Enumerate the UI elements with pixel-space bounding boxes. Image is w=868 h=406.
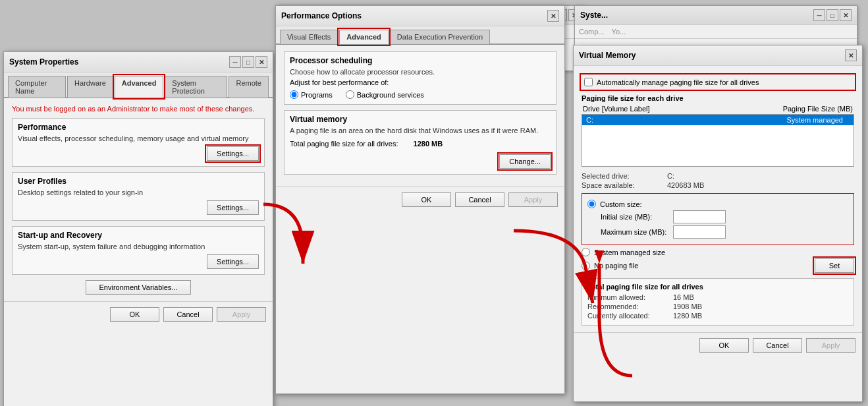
initial-size-label: Initial size (MB): [601, 213, 673, 221]
tab-visual-effects[interactable]: Visual Effects [280, 30, 338, 44]
cancel-btn-vm[interactable]: Cancel [753, 338, 802, 353]
btn-row-vm: OK Cancel Apply [574, 332, 862, 357]
radio-programs[interactable]: Programs [290, 90, 333, 99]
startup-settings-btn[interactable]: Settings... [207, 254, 259, 269]
tab-advanced-po[interactable]: Advanced [339, 30, 389, 44]
selected-drive-value: C: [667, 172, 674, 180]
user-profiles-section: User Profiles Desktop settings related t… [12, 172, 265, 221]
system-managed-row: System managed size [582, 248, 854, 256]
bg-maximize-right[interactable]: □ [827, 9, 838, 21]
drive-value: System managed [786, 116, 850, 124]
bg-title-bar-right: Syste... ─ □ ✕ [575, 6, 857, 25]
apply-btn-sp[interactable]: Apply [217, 307, 266, 322]
radio-background-input[interactable] [346, 90, 354, 99]
custom-size-radio[interactable] [587, 200, 596, 208]
system-managed-label: System managed size [594, 248, 665, 256]
maximum-size-row: Maximum size (MB): [601, 225, 848, 239]
close-btn-po[interactable]: ✕ [547, 10, 559, 22]
tab-advanced-sp[interactable]: Advanced [115, 76, 164, 98]
cancel-btn-po[interactable]: Cancel [455, 192, 504, 207]
space-available-row: Space available: 420683 MB [582, 181, 854, 189]
no-paging-radio[interactable] [582, 262, 590, 270]
performance-options-content: Processor scheduling Choose how to alloc… [276, 45, 564, 187]
radio-programs-input[interactable] [290, 90, 298, 99]
user-profiles-title: User Profiles [18, 177, 259, 186]
change-btn[interactable]: Change... [499, 154, 551, 169]
bg-close-right[interactable]: ✕ [840, 9, 852, 21]
virtual-memory-title: Virtual memory [290, 115, 551, 124]
custom-size-section: Custom size: Initial size (MB): Maximum … [582, 193, 854, 245]
processor-scheduling-desc: Choose how to allocate processor resourc… [290, 68, 551, 76]
minimize-btn-sp[interactable]: ─ [229, 56, 241, 68]
drive-item-c[interactable]: C: System managed [582, 115, 854, 125]
startup-recovery-section: Start-up and Recovery System start-up, s… [12, 226, 265, 275]
performance-settings-btn[interactable]: Settings... [207, 146, 259, 161]
recommended-label: Recommended: [587, 303, 673, 310]
apply-btn-po[interactable]: Apply [508, 192, 558, 207]
tab-remote[interactable]: Remote [229, 76, 269, 98]
drive-list[interactable]: C: System managed [582, 114, 854, 167]
virtual-memory-dialog-title: Virtual Memory [579, 51, 636, 60]
paging-size-title: Paging file size for each drive [582, 94, 854, 102]
no-paging-row: No paging file Set [582, 258, 854, 273]
tab-dep[interactable]: Data Execution Prevention [390, 30, 490, 44]
other-options: System managed size No paging file Set [582, 248, 854, 273]
drive-letter: C: [586, 116, 593, 124]
total-section-title: Total paging file size for all drives [587, 283, 848, 291]
maximize-btn-sp[interactable]: □ [242, 56, 254, 68]
system-managed-radio[interactable] [582, 248, 590, 256]
tab-system-protection[interactable]: System Protection [165, 76, 227, 98]
startup-title: Start-up and Recovery [18, 231, 259, 240]
auto-manage-checkbox[interactable] [584, 78, 593, 86]
user-profiles-desc: Desktop settings related to your sign-in [18, 188, 259, 196]
performance-desc: Visual effects, processor scheduling, me… [18, 134, 259, 142]
system-properties-dialog: System Properties ─ □ ✕ Computer Name Ha… [3, 51, 273, 406]
initial-size-input[interactable] [673, 210, 726, 223]
virtual-memory-title-bar: Virtual Memory ✕ [574, 45, 862, 66]
currently-allocated-value: 1280 MB [673, 312, 702, 320]
system-properties-title: System Properties [9, 57, 78, 67]
admin-info-text: You must be logged on as an Administrato… [12, 105, 265, 113]
radio-background[interactable]: Background services [346, 90, 424, 99]
processor-scheduling-section: Processor scheduling Choose how to alloc… [284, 51, 556, 105]
radio-programs-label: Programs [301, 91, 333, 99]
set-btn[interactable]: Set [815, 258, 854, 273]
ok-btn-sp[interactable]: OK [110, 307, 159, 322]
initial-size-row: Initial size (MB): [601, 210, 848, 223]
performance-options-title-bar: Performance Options ✕ [276, 6, 564, 26]
recommended-row: Recommended: 1908 MB [587, 303, 848, 310]
bg-tab-yo-r: Yo... [612, 28, 626, 36]
cancel-btn-sp[interactable]: Cancel [163, 307, 213, 322]
drive-list-header: Drive [Volume Label] Paging File Size (M… [582, 105, 854, 114]
close-btn-sp[interactable]: ✕ [256, 56, 267, 68]
drive-info: Selected drive: C: Space available: 4206… [582, 172, 854, 189]
apply-btn-vm[interactable]: Apply [806, 338, 855, 353]
env-variables-btn[interactable]: Environment Variables... [86, 280, 191, 295]
total-paging-label: Total paging file size for all drives: 1… [290, 140, 443, 148]
close-btn-vm[interactable]: ✕ [845, 49, 857, 61]
ok-btn-po[interactable]: OK [402, 192, 451, 207]
user-profiles-settings-btn[interactable]: Settings... [207, 200, 259, 215]
system-properties-content: You must be logged on as an Administrato… [4, 98, 273, 301]
tab-hardware[interactable]: Hardware [67, 76, 113, 98]
bg-minimize-right[interactable]: ─ [813, 9, 825, 21]
startup-desc: System start-up, system failure and debu… [18, 243, 259, 250]
performance-options-title: Performance Options [281, 11, 362, 20]
processor-scheduling-title: Processor scheduling [290, 56, 551, 65]
recommended-value: 1908 MB [673, 303, 702, 310]
ok-btn-vm[interactable]: OK [699, 338, 749, 353]
min-allowed-row: Minimum allowed: 16 MB [587, 293, 848, 301]
min-allowed-label: Minimum allowed: [587, 293, 673, 301]
maximum-size-input[interactable] [673, 225, 726, 239]
total-paging-value: 1280 MB [414, 140, 443, 148]
virtual-memory-desc: A paging file is an area on the hard dis… [290, 127, 551, 134]
performance-title: Performance [18, 123, 259, 132]
virtual-memory-content: Automatically manage paging file size fo… [574, 66, 862, 332]
virtual-memory-section: Virtual memory A paging file is an area … [284, 110, 556, 175]
selected-drive-row: Selected drive: C: [582, 172, 854, 180]
tab-computer-name[interactable]: Computer Name [8, 76, 66, 98]
radio-background-label: Background services [357, 91, 424, 99]
space-available-value: 420683 MB [667, 181, 704, 189]
bg-title-text-right: Syste... [580, 11, 608, 20]
btn-row-po: OK Cancel Apply [276, 187, 564, 211]
